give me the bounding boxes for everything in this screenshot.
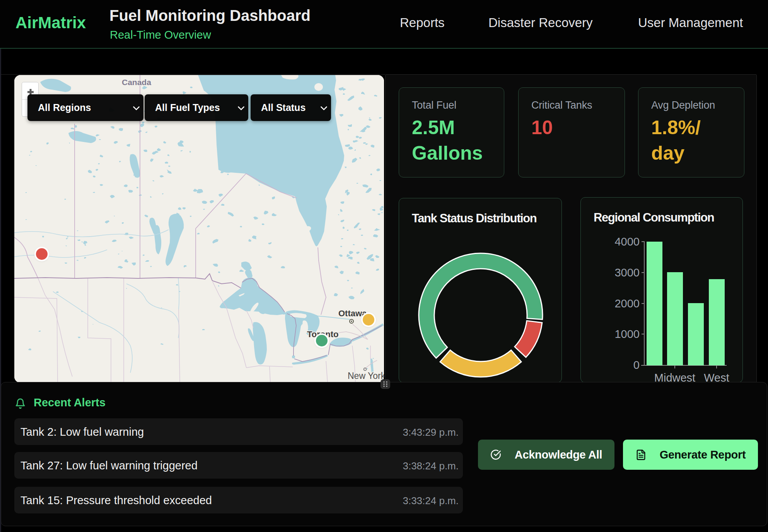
svg-text:New York: New York [348, 371, 384, 381]
svg-text:Midwest: Midwest [654, 372, 695, 383]
svg-text:West: West [704, 372, 729, 383]
svg-text:Ottawa: Ottawa [338, 309, 367, 318]
svg-text:Canada: Canada [122, 78, 151, 87]
svg-text:3000: 3000 [614, 266, 640, 279]
svg-text:0: 0 [633, 359, 640, 371]
svg-text:2000: 2000 [614, 297, 640, 310]
svg-text:4000: 4000 [614, 235, 640, 248]
svg-text:1000: 1000 [614, 328, 640, 340]
